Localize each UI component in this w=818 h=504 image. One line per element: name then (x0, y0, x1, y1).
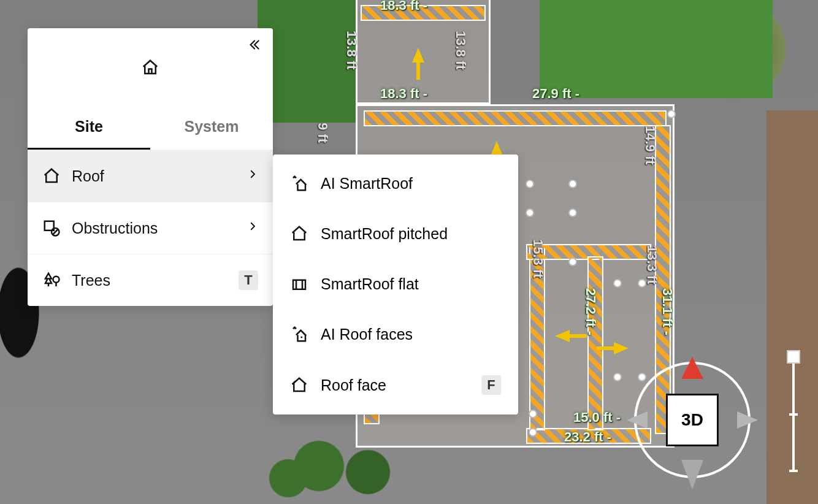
collapse-panel-button[interactable] (246, 37, 262, 53)
menu-item-obstructions[interactable]: Obstructions (28, 202, 273, 254)
roof-vertex[interactable] (526, 180, 534, 188)
roof-vertex[interactable] (526, 208, 534, 217)
dimension-label: 13.8 ft (343, 31, 359, 70)
dimension-label: 27.9 ft - (532, 86, 579, 102)
house-pitched-icon (290, 224, 308, 243)
roof-submenu: AI SmartRoof SmartRoof pitched SmartRoof… (273, 155, 518, 414)
trees-icon (42, 271, 61, 289)
ai-roof-faces-icon (290, 325, 308, 343)
home-icon (141, 55, 159, 80)
dimension-label: 14.9 ft (642, 126, 658, 165)
dimension-label: 9 ft (315, 123, 331, 143)
dimension-label: 18.3 ft - (380, 0, 427, 13)
roof-icon (42, 167, 61, 185)
compass-west-icon (627, 411, 648, 429)
panel-tabs: Site System (28, 107, 273, 150)
tab-system[interactable]: System (150, 107, 273, 150)
dimension-label: 23.2 ft - (564, 429, 611, 445)
submenu-label: Roof face (321, 376, 469, 394)
roof-vertex[interactable] (568, 180, 577, 188)
dimension-label: 13.3 ft (644, 245, 660, 284)
setback-strip (589, 258, 602, 429)
submenu-ai-smartroof[interactable]: AI SmartRoof (273, 158, 518, 208)
tab-site[interactable]: Site (28, 107, 150, 150)
submenu-roof-face[interactable]: Roof face F (273, 359, 518, 411)
tilt-slider[interactable] (786, 352, 801, 475)
house-flat-icon (290, 275, 308, 293)
svg-point-2 (53, 277, 59, 283)
roof-face-icon (290, 376, 308, 394)
slider-thumb[interactable] (787, 350, 800, 364)
submenu-smartroof-flat[interactable]: SmartRoof flat (273, 259, 518, 309)
shortcut-key: T (239, 270, 258, 290)
ai-house-icon (290, 174, 308, 193)
submenu-label: SmartRoof pitched (321, 225, 501, 243)
dimension-label: 15.0 ft - (573, 410, 621, 426)
compass-east-icon (737, 411, 758, 429)
roof-vertex[interactable] (529, 410, 537, 418)
setback-strip (365, 112, 665, 125)
menu-item-label: Obstructions (72, 220, 236, 237)
dimension-label: 18.3 ft - (380, 86, 427, 102)
menu-item-label: Trees (72, 272, 227, 289)
submenu-label: AI SmartRoof (321, 175, 501, 193)
menu-item-label: Roof (72, 167, 236, 185)
menu-item-roof[interactable]: Roof (28, 150, 273, 202)
site-panel: Site System Roof Obstructions Trees T (28, 28, 273, 306)
setback-strip (527, 245, 650, 259)
dimension-label: 31.1 ft - (659, 288, 675, 335)
orientation-compass[interactable]: 3D (634, 362, 751, 478)
dimension-label: 27.2 ft - (583, 288, 598, 335)
roof-vertex[interactable] (529, 428, 537, 437)
obstruction-icon (42, 219, 61, 237)
roof-vertex[interactable] (667, 110, 676, 118)
shortcut-key: F (481, 375, 501, 395)
roof-vertex[interactable] (613, 279, 622, 288)
submenu-ai-roof-faces[interactable]: AI Roof faces (273, 309, 518, 359)
chevron-right-icon (247, 166, 258, 186)
dimension-label: 13.8 ft (453, 31, 468, 70)
roof-vertex[interactable] (568, 208, 577, 217)
menu-item-trees[interactable]: Trees T (28, 254, 273, 306)
roof-vertex[interactable] (613, 373, 622, 381)
svg-rect-3 (293, 280, 305, 289)
compass-north-icon (681, 357, 703, 379)
compass-south-icon (681, 460, 703, 489)
chevron-right-icon (247, 218, 258, 238)
roof-vertex[interactable] (568, 258, 577, 266)
slider-tick (789, 413, 798, 416)
slider-tick (789, 470, 798, 472)
view-3d-button[interactable]: 3D (666, 394, 719, 446)
submenu-smartroof-pitched[interactable]: SmartRoof pitched (273, 208, 518, 259)
dimension-label: 15.3 ft (530, 239, 546, 278)
submenu-label: SmartRoof flat (321, 275, 501, 293)
submenu-label: AI Roof faces (321, 326, 501, 343)
